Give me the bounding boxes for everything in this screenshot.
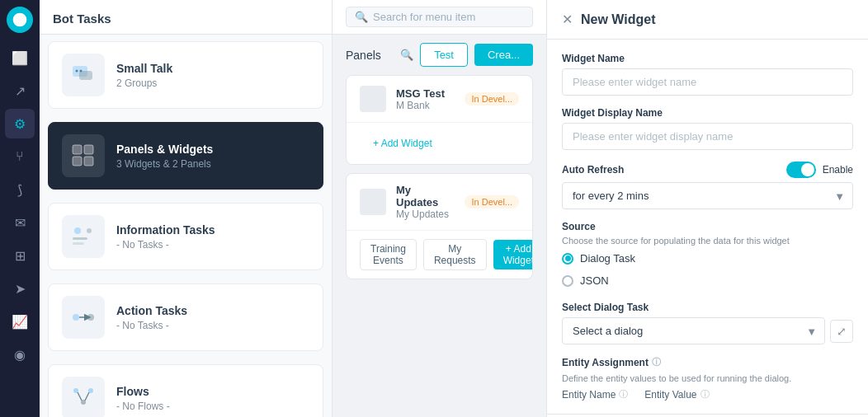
entity-name-info-icon: ⓘ — [619, 388, 628, 401]
tag-my-requests[interactable]: My Requests — [423, 239, 487, 270]
test-button[interactable]: Test — [420, 43, 468, 67]
panel-card-footer-msg-test: + Add Widget — [347, 123, 532, 164]
panel-sub-msg-test: M Bank — [396, 100, 455, 111]
information-tasks-icon — [62, 215, 105, 258]
search-icon: 🔍 — [355, 11, 368, 23]
entity-value-info-icon: ⓘ — [701, 388, 710, 401]
svg-rect-12 — [73, 242, 84, 245]
select-dialog-group: Select Dialog Task Select a dialog ▼ ⤢ — [562, 302, 853, 344]
flows-sub: - No Flows - — [116, 401, 309, 412]
nav-messages[interactable]: ✉ — [5, 208, 35, 237]
widget-panel-title: New Widget — [581, 12, 656, 27]
widget-panel-header: ✕ New Widget — [547, 0, 868, 40]
sidebar-item-small-talk[interactable]: Small Talk 2 Groups — [48, 41, 323, 109]
nav-analytics[interactable]: ↗ — [5, 76, 35, 105]
app-logo[interactable] — [7, 7, 33, 33]
auto-refresh-row: Auto Refresh Enable — [562, 162, 853, 178]
auto-refresh-toggle[interactable] — [786, 162, 816, 178]
widget-display-name-label: Widget Display Name — [562, 107, 853, 119]
panels-widgets-title: Panels & Widgets — [116, 143, 309, 156]
panels-widgets-icon — [62, 134, 105, 177]
nav-grid[interactable]: ⊞ — [5, 241, 35, 270]
svg-point-9 — [74, 227, 81, 234]
widget-name-group: Widget Name — [562, 53, 853, 96]
panel-card-my-updates: My Updates My Updates In Devel... Traini… — [346, 173, 533, 279]
add-widget-link-msg-test[interactable]: + Add Widget — [360, 131, 446, 156]
panel-name-msg-test: MSG Test — [396, 87, 455, 100]
radio-json[interactable]: JSON — [562, 271, 853, 290]
entity-name-col: Entity Name ⓘ — [562, 388, 628, 401]
main-area: Bot Tasks Small Talk 2 Groups — [40, 0, 868, 417]
svg-point-14 — [87, 314, 94, 321]
information-tasks-title: Information Tasks — [116, 223, 309, 237]
expand-icon[interactable]: ⤢ — [830, 320, 853, 343]
svg-line-20 — [85, 392, 89, 401]
radio-json-label: JSON — [580, 274, 609, 287]
entity-assignment-label: Entity Assignment — [562, 357, 649, 368]
panel-card-header-msg-test: MSG Test M Bank In Devel... — [347, 76, 532, 123]
panel-info-my-updates: My Updates My Updates — [396, 184, 455, 220]
radio-dialog-task[interactable]: Dialog Task — [562, 249, 853, 268]
widget-name-input[interactable] — [562, 68, 853, 96]
svg-rect-7 — [73, 157, 82, 166]
dialog-select-row: Select a dialog ▼ ⤢ — [562, 317, 853, 344]
nav-chart[interactable]: 📈 — [5, 307, 35, 336]
source-section: Source Choose the source for populating … — [562, 221, 853, 290]
auto-refresh-group: Auto Refresh Enable for every 2 mins for… — [562, 162, 853, 209]
search-bar[interactable]: 🔍 Search for menu item — [346, 7, 533, 27]
sidebar-item-action-tasks[interactable]: Action Tasks - No Tasks - — [48, 283, 323, 351]
dialog-task-select[interactable]: Select a dialog — [562, 317, 825, 344]
sidebar: Bot Tasks Small Talk 2 Groups — [40, 0, 333, 417]
status-badge-msg-test: In Devel... — [465, 92, 519, 105]
tag-training-events[interactable]: Training Events — [360, 239, 417, 270]
entity-assignment-section: Entity Assignment ⓘ Define the entity va… — [562, 356, 853, 401]
information-tasks-info: Information Tasks - No Tasks - — [116, 223, 309, 251]
enable-label: Enable — [823, 164, 853, 176]
action-tasks-icon — [62, 296, 105, 339]
left-navigation: ⬜ ↗ ⚙ ⑂ ⟆ ✉ ⊞ ➤ 📈 ◉ — [0, 0, 40, 417]
svg-point-4 — [80, 70, 83, 73]
svg-line-19 — [78, 392, 82, 401]
status-badge-my-updates: In Devel... — [465, 195, 519, 208]
content-header: 🔍 Search for menu item — [333, 0, 546, 35]
add-widget-btn-my-updates[interactable]: + Add Widget — [493, 240, 533, 269]
close-icon[interactable]: ✕ — [562, 12, 573, 27]
save-bar: Save — [547, 414, 868, 417]
nav-send[interactable]: ➤ — [5, 274, 35, 303]
auto-refresh-label: Auto Refresh — [562, 164, 624, 176]
search-icon-small[interactable]: 🔍 — [400, 49, 413, 61]
panel-sub-my-updates: My Updates — [396, 208, 455, 220]
sidebar-item-information-tasks[interactable]: Information Tasks - No Tasks - — [48, 203, 323, 270]
nav-share[interactable]: ⑂ — [5, 142, 35, 171]
nav-circle[interactable]: ◉ — [5, 340, 35, 369]
panel-thumbnail-my-updates — [360, 189, 386, 215]
nav-settings[interactable]: ⚙ — [5, 109, 35, 138]
sidebar-item-panels-widgets[interactable]: Panels & Widgets 3 Widgets & 2 Panels — [48, 122, 323, 190]
flows-info: Flows - No Flows - — [116, 385, 309, 412]
nav-filter[interactable]: ⟆ — [5, 175, 35, 204]
entity-columns: Entity Name ⓘ Entity Value ⓘ — [562, 388, 853, 401]
small-talk-info: Small Talk 2 Groups — [116, 62, 309, 89]
radio-json-btn[interactable] — [562, 275, 573, 287]
svg-rect-2 — [79, 71, 92, 80]
svg-rect-5 — [73, 145, 82, 154]
radio-dialog-task-btn[interactable] — [562, 253, 573, 265]
sidebar-item-flows[interactable]: Flows - No Flows - — [48, 364, 323, 417]
entity-value-col: Entity Value ⓘ — [644, 388, 709, 401]
refresh-interval-select[interactable]: for every 2 mins for every 5 mins for ev… — [562, 182, 853, 209]
panel-card-msg-test: MSG Test M Bank In Devel... + Add Widget — [346, 75, 533, 165]
create-button[interactable]: Crea... — [474, 44, 533, 66]
svg-point-10 — [87, 228, 92, 233]
entity-assignment-header: Entity Assignment ⓘ — [562, 356, 853, 368]
select-dialog-label: Select Dialog Task — [562, 302, 853, 313]
information-tasks-sub: - No Tasks - — [116, 239, 309, 251]
panel-card-header-my-updates: My Updates My Updates In Devel... — [347, 174, 532, 231]
widget-display-name-input[interactable] — [562, 123, 853, 150]
panels-cards-area: MSG Test M Bank In Devel... + Add Widget… — [333, 75, 546, 417]
flows-title: Flows — [116, 385, 309, 398]
nav-dashboard[interactable]: ⬜ — [5, 43, 35, 73]
dialog-select-wrapper: Select a dialog ▼ — [562, 317, 825, 344]
widget-panel-body: Widget Name Widget Display Name Auto Ref… — [547, 40, 868, 414]
action-tasks-info: Action Tasks - No Tasks - — [116, 304, 309, 331]
panel-card-footer-my-updates: Training Events My Requests + Add Widget — [347, 231, 532, 279]
